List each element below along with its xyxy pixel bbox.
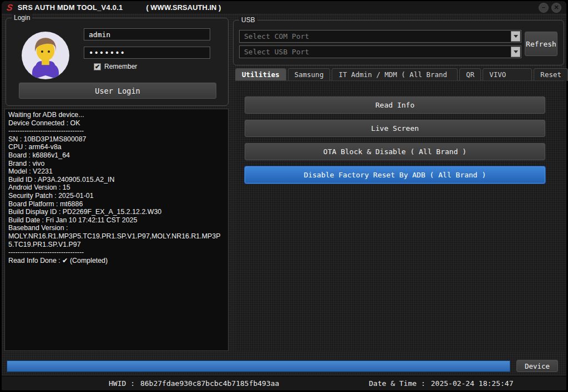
login-group-label: Login [12,14,32,22]
tab-vivo-demo[interactable]: VIVO Demo [483,68,532,81]
log-output[interactable]: Waiting for ADB device... Device Connect… [4,109,229,351]
user-login-button[interactable]: User Login [18,82,217,99]
remember-checkbox[interactable]: ✔ [94,63,101,70]
close-button[interactable]: ✕ [551,3,561,13]
window-title-website: ( WWW.SRSAUTH.IN ) [146,3,221,12]
tab-qr[interactable]: QR [459,68,481,81]
usb-port-placeholder: Select USB Port [240,48,511,56]
com-port-dropdown-button[interactable] [511,31,520,42]
window-title: SRS AUTH MDM TOOL_V4.0.1 [18,3,123,12]
usb-port-select[interactable]: Select USB Port [239,45,521,58]
datetime-label: Date & Time : [369,379,425,388]
login-group: Login ✔ Remember User Login [6,18,229,106]
usb-group-label: USB [239,16,257,24]
progress-bar-fill [7,361,510,371]
refresh-button[interactable]: Refresh [524,31,558,57]
chevron-down-icon [514,35,518,38]
hwid-status: HWID :86b27fdae930c87bcbc4b7185fb493aa [109,379,279,388]
user-avatar [22,32,69,79]
tab-utilities[interactable]: Utilities [235,68,286,81]
minimize-button[interactable]: – [539,3,549,13]
usb-group: USB Select COM Port Select USB Port Refr… [233,20,564,65]
usb-port-dropdown-button[interactable] [511,47,520,57]
app-window: S SRS AUTH MDM TOOL_V4.0.1 ( WWW.SRSAUTH… [0,0,568,392]
remember-row: ✔ Remember [94,63,137,70]
title-bar: S SRS AUTH MDM TOOL_V4.0.1 ( WWW.SRSAUTH… [2,1,566,14]
com-port-placeholder: Select COM Port [240,32,511,40]
read-info-button[interactable]: Read Info [244,96,546,114]
window-controls: – ✕ [539,3,561,13]
utilities-tab-panel: Read Info Live Screen OTA Block & Disabl… [235,80,564,351]
ota-block-disable-button[interactable]: OTA Block & Disable ( All Brand ) [244,142,546,161]
hwid-label: HWID : [109,379,135,388]
password-input[interactable] [84,47,210,59]
status-bar: HWID :86b27fdae930c87bcbc4b7185fb493aa D… [2,376,566,390]
tab-samsung[interactable]: Samsung [288,68,331,81]
disable-factory-reset-button[interactable]: Disable Factory Reset By ADB ( All Brand… [244,166,546,184]
datetime-value: 2025-02-24 18:25:47 [431,379,514,388]
app-logo-icon: S [6,2,13,13]
device-button[interactable]: Device [516,359,559,373]
tab-bar: Utilities Samsung IT Admin / MDM ( All B… [235,68,568,81]
com-port-select[interactable]: Select COM Port [239,30,521,43]
progress-bar [7,360,510,372]
remember-label: Remember [104,63,137,70]
username-input[interactable] [84,28,210,40]
datetime-status: Date & Time :2025-02-24 18:25:47 [369,379,513,388]
hwid-value: 86b27fdae930c87bcbc4b7185fb493aa [140,379,279,388]
tab-reset[interactable]: Reset [534,68,568,81]
live-screen-button[interactable]: Live Screen [244,119,546,138]
chevron-down-icon [514,50,518,53]
tab-it-admin-mdm[interactable]: IT Admin / MDM ( All Brand ) [332,68,458,81]
